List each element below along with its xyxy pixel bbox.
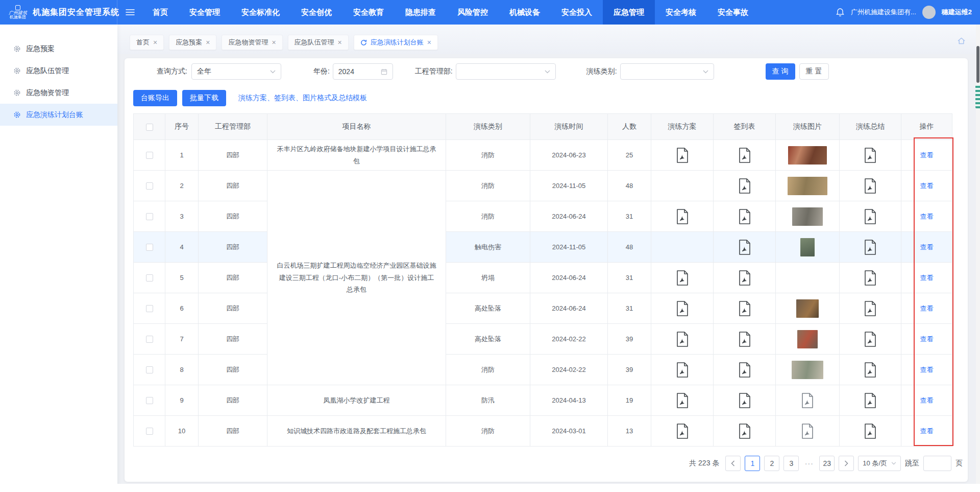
pdf-file-icon[interactable] (801, 424, 814, 439)
sidebar-item[interactable]: 应急物资管理 (0, 82, 117, 104)
row-checkbox[interactable] (146, 274, 153, 282)
pdf-file-icon[interactable] (801, 393, 814, 408)
close-icon[interactable]: × (272, 39, 276, 46)
view-link[interactable]: 查看 (920, 427, 934, 435)
close-icon[interactable]: × (338, 39, 342, 46)
pdf-file-icon[interactable] (738, 270, 751, 286)
close-icon[interactable]: × (153, 39, 157, 46)
next-page-button[interactable] (839, 456, 854, 471)
pdf-file-icon[interactable] (864, 301, 877, 316)
view-link[interactable]: 查看 (920, 304, 934, 312)
category-select[interactable] (620, 63, 714, 80)
view-link[interactable]: 查看 (920, 366, 934, 373)
menu-item[interactable]: 安全考核 (655, 0, 707, 25)
home-icon[interactable] (957, 37, 966, 47)
view-link[interactable]: 查看 (920, 274, 934, 282)
sidebar-collapse-icon[interactable] (117, 0, 142, 25)
drill-photo-thumbnail[interactable] (792, 207, 823, 226)
drill-photo-thumbnail[interactable] (797, 330, 818, 348)
pdf-file-icon[interactable] (738, 240, 751, 255)
drill-photo-thumbnail[interactable] (788, 146, 827, 165)
menu-item[interactable]: 应急管理 (603, 0, 655, 25)
chat-widget-handle[interactable] (975, 85, 980, 108)
view-link[interactable]: 查看 (920, 396, 934, 404)
tab[interactable]: 应急预案× (169, 35, 216, 50)
username[interactable]: 穗建运维2 (942, 8, 972, 17)
row-checkbox[interactable] (146, 213, 153, 220)
page-button[interactable]: 2 (764, 456, 779, 471)
pdf-file-icon[interactable] (676, 424, 689, 439)
page-ellipsis[interactable]: ··· (803, 459, 815, 467)
view-link[interactable]: 查看 (920, 243, 934, 251)
pdf-file-icon[interactable] (676, 270, 689, 286)
pdf-file-icon[interactable] (676, 393, 689, 408)
menu-item[interactable]: 安全教育 (342, 0, 395, 25)
dept-select[interactable] (456, 63, 556, 80)
view-link[interactable]: 查看 (920, 335, 934, 343)
pdf-file-icon[interactable] (864, 270, 877, 286)
menu-item[interactable]: 风险管控 (447, 0, 499, 25)
export-button[interactable]: 台账导出 (133, 90, 177, 106)
tab[interactable]: 应急队伍管理× (288, 35, 349, 50)
query-mode-select[interactable]: 全年 (191, 63, 281, 80)
view-link[interactable]: 查看 (920, 182, 934, 190)
row-checkbox[interactable] (146, 336, 153, 343)
pdf-file-icon[interactable] (738, 393, 751, 408)
pdf-file-icon[interactable] (676, 362, 689, 378)
menu-item[interactable]: 安全标准化 (231, 0, 290, 25)
pdf-file-icon[interactable] (864, 148, 877, 163)
pdf-file-icon[interactable] (738, 362, 751, 378)
jump-page-input[interactable] (923, 456, 951, 471)
row-checkbox[interactable] (146, 182, 153, 190)
row-checkbox[interactable] (146, 428, 153, 435)
pdf-file-icon[interactable] (864, 240, 877, 255)
close-icon[interactable]: × (206, 39, 210, 46)
pdf-file-icon[interactable] (864, 424, 877, 439)
drill-photo-thumbnail[interactable] (796, 299, 819, 318)
menu-item[interactable]: 安全事故 (707, 0, 759, 25)
row-checkbox[interactable] (146, 152, 153, 159)
view-link[interactable]: 查看 (920, 151, 934, 159)
pdf-file-icon[interactable] (676, 209, 689, 224)
pdf-file-icon[interactable] (864, 178, 877, 194)
reset-button[interactable]: 重 置 (799, 63, 829, 80)
sidebar-item[interactable]: 应急队伍管理 (0, 60, 117, 82)
company-name[interactable]: 广州机施建设集团有... (851, 8, 916, 17)
search-button[interactable]: 查 询 (766, 63, 795, 80)
year-input[interactable]: 2024 (333, 63, 393, 80)
sidebar-item[interactable]: 应急演练计划台账 (0, 104, 117, 126)
batch-download-button[interactable]: 批量下载 (182, 90, 226, 106)
pdf-file-icon[interactable] (738, 424, 751, 439)
row-checkbox[interactable] (146, 244, 153, 251)
pdf-file-icon[interactable] (864, 362, 877, 378)
tab[interactable]: 首页× (130, 35, 164, 50)
drill-photo-thumbnail[interactable] (800, 238, 815, 256)
sidebar-item[interactable]: 应急预案 (0, 38, 117, 60)
view-link[interactable]: 查看 (920, 213, 934, 220)
pdf-file-icon[interactable] (738, 148, 751, 163)
drill-photo-thumbnail[interactable] (788, 177, 827, 195)
menu-item[interactable]: 隐患排查 (395, 0, 447, 25)
pdf-file-icon[interactable] (738, 209, 751, 224)
menu-item[interactable]: 机械设备 (499, 0, 551, 25)
menu-item[interactable]: 安全创优 (290, 0, 342, 25)
close-icon[interactable]: × (427, 39, 431, 46)
menu-item[interactable]: 安全投入 (551, 0, 603, 25)
horizontal-scrollbar[interactable] (0, 484, 980, 492)
scrollbar-thumb[interactable] (976, 46, 979, 83)
row-checkbox[interactable] (146, 305, 153, 312)
tab[interactable]: 应急物资管理× (222, 35, 282, 50)
pdf-file-icon[interactable] (676, 301, 689, 316)
pdf-file-icon[interactable] (676, 332, 689, 347)
pdf-file-icon[interactable] (864, 332, 877, 347)
tab[interactable]: 应急演练计划台账× (354, 35, 438, 50)
pdf-file-icon[interactable] (676, 148, 689, 163)
prev-page-button[interactable] (725, 456, 741, 471)
menu-item[interactable]: 安全管理 (179, 0, 231, 25)
row-checkbox[interactable] (146, 366, 153, 373)
row-checkbox[interactable] (146, 397, 153, 404)
pdf-file-icon[interactable] (864, 393, 877, 408)
page-button[interactable]: 1 (745, 456, 760, 471)
page-size-select[interactable]: 10 条/页 (858, 456, 901, 471)
page-button[interactable]: 3 (783, 456, 799, 471)
